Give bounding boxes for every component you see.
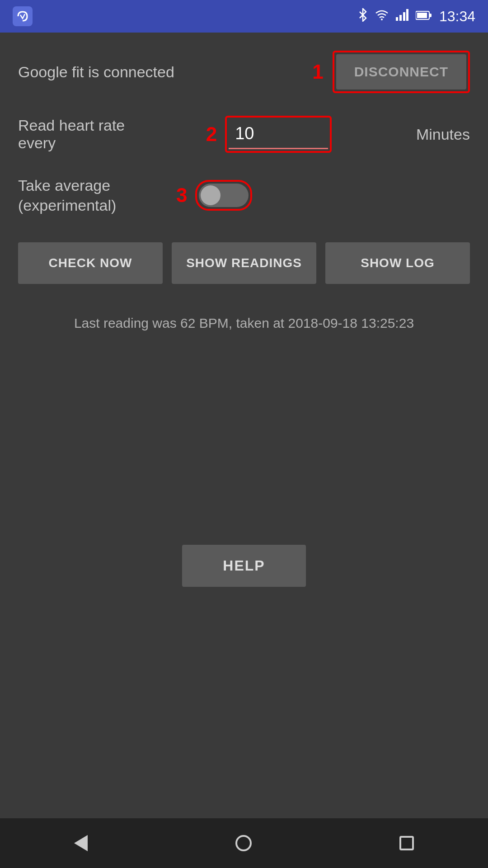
show-readings-button[interactable]: SHOW READINGS xyxy=(172,242,316,284)
app-icon xyxy=(13,6,33,26)
toggle-thumb xyxy=(201,185,221,205)
action-buttons-row: CHECK NOW SHOW READINGS SHOW LOG xyxy=(18,242,470,284)
annotation-1: 1 xyxy=(312,61,323,83)
back-button[interactable] xyxy=(74,835,88,851)
heartrate-input-wrapper: 2 xyxy=(206,116,332,153)
nav-bar xyxy=(0,818,488,868)
help-button[interactable]: HELP xyxy=(182,545,305,587)
svg-rect-7 xyxy=(417,13,427,18)
recents-icon xyxy=(399,836,414,850)
back-icon xyxy=(74,835,88,851)
recents-button[interactable] xyxy=(399,836,414,850)
heartrate-row: Read heart rate every 2 Minutes xyxy=(18,116,470,153)
svg-rect-4 xyxy=(406,9,408,21)
disconnect-btn-outer: DISCONNECT xyxy=(333,51,470,93)
svg-rect-3 xyxy=(403,12,405,21)
help-section: HELP xyxy=(18,331,470,800)
annotation-2: 2 xyxy=(206,123,217,146)
heartrate-input[interactable] xyxy=(229,119,328,149)
heartrate-input-outer xyxy=(225,116,332,153)
last-reading-text: Last reading was 62 BPM, taken at 2018-0… xyxy=(18,307,470,331)
check-now-button[interactable]: CHECK NOW xyxy=(18,242,163,284)
battery-icon xyxy=(416,9,432,24)
disconnect-button[interactable]: DISCONNECT xyxy=(336,54,466,90)
show-log-button[interactable]: SHOW LOG xyxy=(325,242,470,284)
time-display: 13:34 xyxy=(439,8,475,25)
toggle-outer xyxy=(195,180,252,211)
status-bar: 13:34 xyxy=(0,0,488,33)
connection-row: Google fit is connected 1 DISCONNECT xyxy=(18,51,470,93)
disconnect-wrapper: 1 DISCONNECT xyxy=(312,51,470,93)
svg-rect-2 xyxy=(399,15,402,21)
svg-rect-6 xyxy=(429,14,432,17)
main-content: Google fit is connected 1 DISCONNECT Rea… xyxy=(0,33,488,818)
svg-rect-1 xyxy=(396,17,398,21)
svg-point-0 xyxy=(381,19,383,20)
annotation-3: 3 xyxy=(176,184,187,207)
home-button[interactable] xyxy=(235,835,252,851)
average-row: Take average(experimental) 3 xyxy=(18,175,470,215)
connection-status: Google fit is connected xyxy=(18,63,174,81)
toggle-wrapper: 3 xyxy=(176,180,252,211)
bluetooth-icon xyxy=(358,8,368,25)
average-toggle[interactable] xyxy=(199,184,249,207)
average-label: Take average(experimental) xyxy=(18,175,158,215)
minutes-label: Minutes xyxy=(380,126,470,143)
status-bar-left xyxy=(13,6,33,26)
home-icon xyxy=(235,835,252,851)
status-bar-right: 13:34 xyxy=(358,8,475,25)
wifi-icon xyxy=(375,9,389,24)
signal-icon xyxy=(396,9,408,24)
heartrate-label: Read heart rate every xyxy=(18,117,158,152)
